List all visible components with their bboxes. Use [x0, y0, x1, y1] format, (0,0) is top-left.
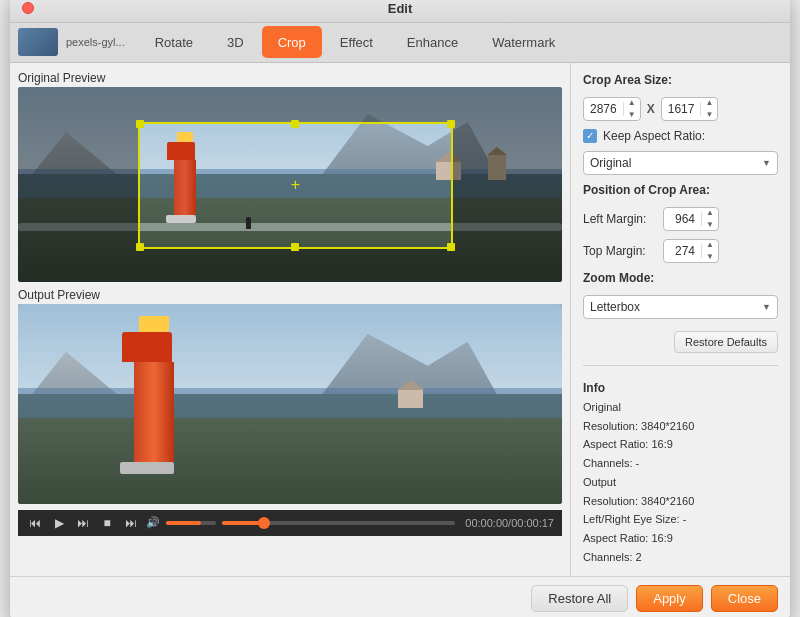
height-value: 1617: [662, 102, 702, 116]
left-margin-arrows: ▲ ▼: [702, 207, 718, 231]
lighthouse-out: [127, 316, 181, 474]
info-original-channels: Channels: -: [583, 454, 778, 473]
zoom-mode-label: Zoom Mode:: [583, 271, 778, 285]
house-roof-out: [397, 380, 425, 390]
tab-enhance[interactable]: Enhance: [391, 26, 474, 58]
original-preview-box: +: [18, 87, 562, 282]
step-forward-button[interactable]: ⏭: [74, 514, 92, 532]
output-scene: [18, 304, 562, 504]
width-up-arrow[interactable]: ▲: [624, 97, 640, 109]
left-panel: Original Preview: [10, 63, 570, 577]
aspect-ratio-select[interactable]: Original ▼: [583, 151, 778, 175]
info-title: Info: [583, 378, 778, 398]
crop-handle-bl[interactable]: [136, 243, 144, 251]
apply-button[interactable]: Apply: [636, 585, 703, 612]
top-margin-row: Top Margin: 274 ▲ ▼: [583, 239, 778, 263]
volume-fill: [166, 521, 201, 525]
info-output-resolution: Resolution: 3840*2160: [583, 492, 778, 511]
crop-handle-bm[interactable]: [291, 243, 299, 251]
right-panel: Crop Area Size: 2876 ▲ ▼ X 1617 ▲ ▼: [570, 63, 790, 577]
info-output-eye-size: Left/Right Eye Size: -: [583, 510, 778, 529]
aspect-ratio-value: Original: [590, 156, 631, 170]
original-preview-label: Original Preview: [18, 71, 562, 85]
close-window-button[interactable]: [22, 2, 34, 14]
crop-area-size-label: Crop Area Size:: [583, 73, 778, 87]
width-value: 2876: [584, 102, 624, 116]
keep-aspect-label: Keep Aspect Ratio:: [603, 129, 705, 143]
top-margin-label: Top Margin:: [583, 244, 655, 258]
position-label: Position of Crop Area:: [583, 183, 778, 197]
content-area: Original Preview: [10, 63, 790, 577]
top-margin-arrows: ▲ ▼: [702, 239, 718, 263]
left-margin-up[interactable]: ▲: [702, 207, 718, 219]
title-bar: Edit: [10, 0, 790, 23]
height-up-arrow[interactable]: ▲: [701, 97, 717, 109]
volume-track[interactable]: [166, 521, 216, 525]
top-margin-up[interactable]: ▲: [702, 239, 718, 251]
top-margin-down[interactable]: ▼: [702, 251, 718, 263]
width-spinbox[interactable]: 2876 ▲ ▼: [583, 97, 641, 121]
play-button[interactable]: ▶: [50, 514, 68, 532]
file-label: pexels-gyl...: [66, 36, 125, 48]
size-row: 2876 ▲ ▼ X 1617 ▲ ▼: [583, 97, 778, 121]
main-window: Edit pexels-gyl... Rotate 3D Crop Effect…: [10, 0, 790, 617]
left-margin-value: 964: [664, 212, 702, 226]
left-margin-label: Left Margin:: [583, 212, 655, 226]
water-out: [18, 388, 562, 418]
top-margin-spinbox[interactable]: 274 ▲ ▼: [663, 239, 719, 263]
crop-handle-br[interactable]: [447, 243, 455, 251]
skip-end-button[interactable]: ⏭: [122, 514, 140, 532]
lh-top-out: [122, 332, 172, 362]
house-body-out: [398, 390, 423, 408]
top-margin-value: 274: [664, 244, 702, 258]
building-orig: [488, 147, 508, 180]
crop-handle-tr[interactable]: [447, 120, 455, 128]
height-down-arrow[interactable]: ▼: [701, 109, 717, 121]
skip-back-button[interactable]: ⏮: [26, 514, 44, 532]
tab-crop[interactable]: Crop: [262, 26, 322, 58]
lh-base-out: [120, 462, 174, 474]
left-margin-row: Left Margin: 964 ▲ ▼: [583, 207, 778, 231]
info-original-label: Original: [583, 398, 778, 417]
stop-button[interactable]: ■: [98, 514, 116, 532]
height-arrows: ▲ ▼: [701, 97, 717, 121]
tab-watermark[interactable]: Watermark: [476, 26, 571, 58]
restore-defaults-button[interactable]: Restore Defaults: [674, 331, 778, 353]
progress-thumb[interactable]: [258, 517, 270, 529]
crop-crosshair: +: [291, 176, 300, 194]
original-preview-section: Original Preview: [18, 71, 562, 282]
crop-selection[interactable]: +: [138, 122, 454, 249]
tabs-bar: pexels-gyl... Rotate 3D Crop Effect Enha…: [10, 23, 790, 63]
keep-aspect-checkbox[interactable]: ✓: [583, 129, 597, 143]
progress-track[interactable]: [222, 521, 455, 525]
time-display: 00:00:00/00:00:17: [465, 517, 554, 529]
x-separator: X: [647, 102, 655, 116]
info-original-aspect: Aspect Ratio: 16:9: [583, 435, 778, 454]
crop-handle-tl[interactable]: [136, 120, 144, 128]
chevron-down-icon: ▼: [762, 158, 771, 168]
house-out: [398, 380, 426, 408]
bldg-body: [488, 155, 506, 180]
output-preview-label: Output Preview: [18, 288, 562, 302]
zoom-mode-value: Letterbox: [590, 300, 640, 314]
bldg-roof: [487, 147, 507, 155]
info-output-channels: Channels: 2: [583, 548, 778, 567]
original-scene: +: [18, 87, 562, 282]
left-margin-down[interactable]: ▼: [702, 219, 718, 231]
tab-rotate[interactable]: Rotate: [139, 26, 209, 58]
width-down-arrow[interactable]: ▼: [624, 109, 640, 121]
restore-all-button[interactable]: Restore All: [531, 585, 628, 612]
tab-3d[interactable]: 3D: [211, 26, 260, 58]
width-arrows: ▲ ▼: [624, 97, 640, 121]
window-title: Edit: [388, 1, 413, 16]
info-original-resolution: Resolution: 3840*2160: [583, 417, 778, 436]
height-spinbox[interactable]: 1617 ▲ ▼: [661, 97, 719, 121]
lh-light-out: [139, 316, 169, 332]
info-block: Info Original Resolution: 3840*2160 Aspe…: [583, 378, 778, 567]
close-button[interactable]: Close: [711, 585, 778, 612]
crop-handle-tm[interactable]: [291, 120, 299, 128]
zoom-mode-select[interactable]: Letterbox ▼: [583, 295, 778, 319]
left-margin-spinbox[interactable]: 964 ▲ ▼: [663, 207, 719, 231]
divider-1: [583, 365, 778, 366]
tab-effect[interactable]: Effect: [324, 26, 389, 58]
